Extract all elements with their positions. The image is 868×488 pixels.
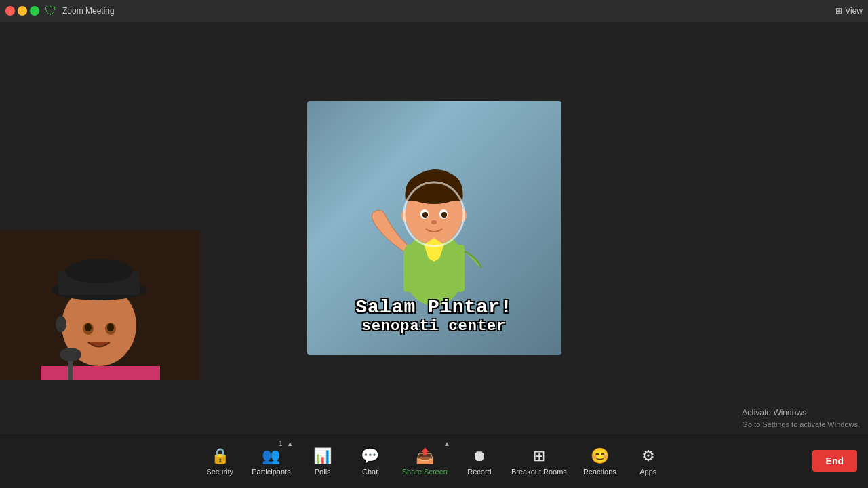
record-icon: ⏺ [472, 447, 487, 465]
sticker-text: Salam Pintar! senopati center [355, 297, 512, 335]
breakout-rooms-button[interactable]: ⊞ Breakout Rooms [503, 434, 575, 488]
breakout-rooms-icon: ⊞ [533, 447, 545, 465]
title-bar-left: 🛡 Zoom Meeting [5, 4, 115, 18]
view-label: View [845, 6, 863, 16]
polls-label: Polls [315, 468, 331, 476]
participants-button[interactable]: 👥 1 ▲ Participants [243, 434, 298, 488]
chat-icon: 💬 [361, 447, 379, 465]
polls-button[interactable]: 📊 Polls [299, 434, 347, 488]
grid-view-icon: ⊞ [835, 6, 842, 16]
self-camera [0, 230, 200, 380]
cartoon-figure [366, 140, 502, 316]
title-bar: 🛡 Zoom Meeting ⊞ View [0, 0, 868, 22]
apps-icon: ⚙ [642, 447, 655, 465]
chat-label: Chat [362, 468, 378, 476]
sticker-container: Salam Pintar! senopati center [307, 101, 561, 355]
svg-point-29 [56, 316, 66, 332]
svg-point-9 [441, 212, 447, 218]
end-button[interactable]: End [812, 450, 857, 472]
share-screen-icon: 📤 [416, 447, 434, 465]
apps-button[interactable]: ⚙ Apps [625, 434, 672, 488]
reactions-button[interactable]: 😊 Reactions [575, 434, 625, 488]
maximize-button[interactable] [30, 6, 39, 16]
person-silhouette [0, 230, 200, 380]
participants-count: 1 [279, 440, 283, 447]
apps-label: Apps [639, 468, 656, 476]
close-button[interactable] [5, 6, 15, 16]
svg-point-26 [107, 323, 114, 331]
center-video: Salam Pintar! senopati center [307, 101, 561, 355]
shield-icon: 🛡 [45, 4, 57, 18]
sticker-line2: senopati center [355, 318, 512, 335]
main-area: Salam Pintar! senopati center [0, 22, 868, 434]
view-button[interactable]: ⊞ View [835, 6, 863, 16]
polls-icon: 📊 [313, 447, 332, 465]
security-icon: 🔒 [211, 447, 229, 465]
record-button[interactable]: ⏺ Record [456, 434, 503, 488]
breakout-rooms-label: Breakout Rooms [511, 468, 567, 476]
reactions-icon: 😊 [591, 447, 609, 465]
window-controls[interactable] [5, 6, 39, 16]
security-button[interactable]: 🔒 Security [196, 434, 243, 488]
sticker-line1: Salam Pintar! [355, 297, 512, 318]
participants-caret: ▲ [287, 440, 294, 447]
share-screen-button[interactable]: 📤 ▲ Share Screen [394, 434, 456, 488]
share-screen-label: Share Screen [402, 468, 448, 476]
camera-feed [0, 230, 200, 380]
svg-point-22 [65, 259, 133, 283]
svg-point-28 [60, 348, 81, 361]
window-title: Zoom Meeting [62, 6, 115, 16]
reactions-label: Reactions [583, 468, 616, 476]
share-screen-caret: ▲ [443, 440, 450, 447]
svg-point-10 [431, 220, 437, 224]
participants-icon: 👥 [262, 447, 280, 465]
record-label: Record [467, 468, 491, 476]
svg-point-8 [422, 212, 428, 218]
minimize-button[interactable] [18, 6, 27, 16]
svg-rect-17 [41, 366, 160, 380]
svg-point-25 [85, 323, 92, 331]
chat-button[interactable]: 💬 Chat [347, 434, 394, 488]
security-label: Security [206, 468, 233, 476]
participants-label: Participants [252, 468, 290, 476]
bottom-toolbar: 🔒 Security 👥 1 ▲ Participants 📊 Polls 💬 … [0, 434, 868, 488]
